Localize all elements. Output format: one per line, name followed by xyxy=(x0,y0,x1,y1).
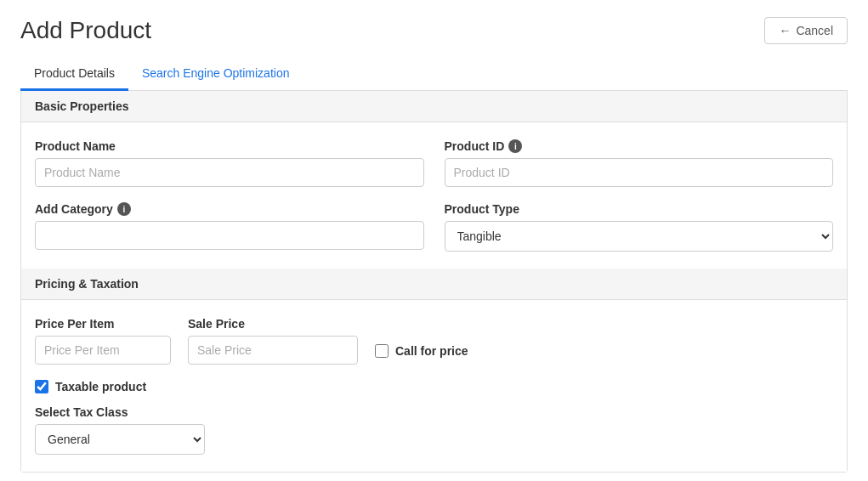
add-category-info-icon: i xyxy=(117,202,131,216)
product-type-group: Product Type Tangible Digital Service xyxy=(445,202,834,252)
pricing-header: Pricing & Taxation xyxy=(21,269,847,300)
product-id-label: Product ID i xyxy=(445,139,834,153)
page-title: Add Product xyxy=(20,17,151,44)
product-id-info-icon: i xyxy=(508,139,522,153)
basic-properties-body: Product Name Product ID i Add Category xyxy=(21,122,847,269)
pricing-body: Price Per Item Sale Price Call for price xyxy=(21,300,847,472)
call-for-price-group: Call for price xyxy=(375,344,468,365)
tax-class-label: Select Tax Class xyxy=(35,405,205,419)
basic-row-1: Product Name Product ID i xyxy=(35,139,833,187)
call-for-price-checkbox[interactable] xyxy=(375,344,389,358)
sale-price-input[interactable] xyxy=(188,336,358,365)
basic-properties-header: Basic Properties xyxy=(21,91,847,122)
product-type-select[interactable]: Tangible Digital Service xyxy=(445,221,834,252)
tax-class-select[interactable]: General Reduced Zero xyxy=(35,424,205,455)
cancel-button[interactable]: ← Cancel xyxy=(764,17,848,44)
product-name-group: Product Name xyxy=(35,139,424,187)
taxable-label[interactable]: Taxable product xyxy=(55,380,146,393)
product-name-input[interactable] xyxy=(35,158,424,187)
price-per-item-input[interactable] xyxy=(35,336,171,365)
taxable-row: Taxable product xyxy=(35,380,833,393)
sale-price-label: Sale Price xyxy=(188,317,358,331)
pricing-row: Price Per Item Sale Price Call for price xyxy=(35,317,833,365)
product-id-input[interactable] xyxy=(445,158,834,187)
product-type-label: Product Type xyxy=(445,202,834,216)
cancel-icon: ← xyxy=(779,24,791,37)
add-category-group: Add Category i xyxy=(35,202,424,252)
product-id-group: Product ID i xyxy=(445,139,834,187)
tab-seo[interactable]: Search Engine Optimization xyxy=(128,58,304,91)
taxable-checkbox[interactable] xyxy=(35,380,48,393)
price-per-item-label: Price Per Item xyxy=(35,317,171,331)
add-category-input[interactable] xyxy=(35,221,424,250)
page-container: Add Product ← Cancel Product Details Sea… xyxy=(0,0,868,481)
price-per-item-group: Price Per Item xyxy=(35,317,171,365)
call-for-price-label[interactable]: Call for price xyxy=(395,344,468,358)
add-category-label: Add Category i xyxy=(35,202,424,216)
tab-product-details[interactable]: Product Details xyxy=(20,58,128,91)
tax-class-group: Select Tax Class General Reduced Zero xyxy=(35,405,205,455)
page-header: Add Product ← Cancel xyxy=(20,17,848,44)
product-name-label: Product Name xyxy=(35,139,424,153)
form-content: Basic Properties Product Name Product ID… xyxy=(20,91,848,473)
tabs-bar: Product Details Search Engine Optimizati… xyxy=(20,58,848,91)
sale-price-group: Sale Price xyxy=(188,317,358,365)
basic-row-2: Add Category i Product Type Tangible Dig… xyxy=(35,202,833,252)
